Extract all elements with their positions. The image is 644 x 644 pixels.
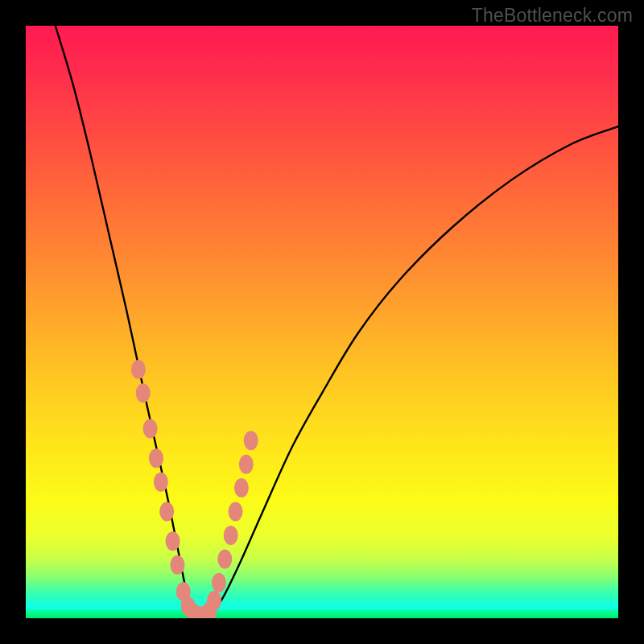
data-marker bbox=[229, 502, 243, 522]
data-marker bbox=[234, 478, 249, 497]
bottleneck-curve bbox=[56, 26, 618, 618]
chart-svg bbox=[26, 26, 618, 618]
data-marker bbox=[170, 555, 184, 575]
watermark-text: TheBottleneck.com bbox=[472, 5, 633, 27]
data-marker bbox=[131, 360, 146, 379]
data-marker bbox=[217, 549, 232, 568]
data-marker bbox=[154, 473, 168, 492]
data-marker bbox=[212, 573, 226, 592]
marker-layer bbox=[131, 360, 258, 618]
data-marker bbox=[149, 448, 163, 468]
data-marker bbox=[207, 591, 221, 610]
data-marker bbox=[159, 502, 174, 522]
data-marker bbox=[143, 419, 158, 438]
curve-layer bbox=[56, 26, 618, 618]
data-marker bbox=[239, 455, 254, 474]
chart-frame: TheBottleneck.com bbox=[0, 0, 644, 644]
plot-area bbox=[26, 26, 618, 618]
data-marker bbox=[224, 526, 238, 545]
data-marker bbox=[244, 431, 258, 450]
data-marker bbox=[136, 383, 151, 402]
data-marker bbox=[166, 531, 180, 551]
